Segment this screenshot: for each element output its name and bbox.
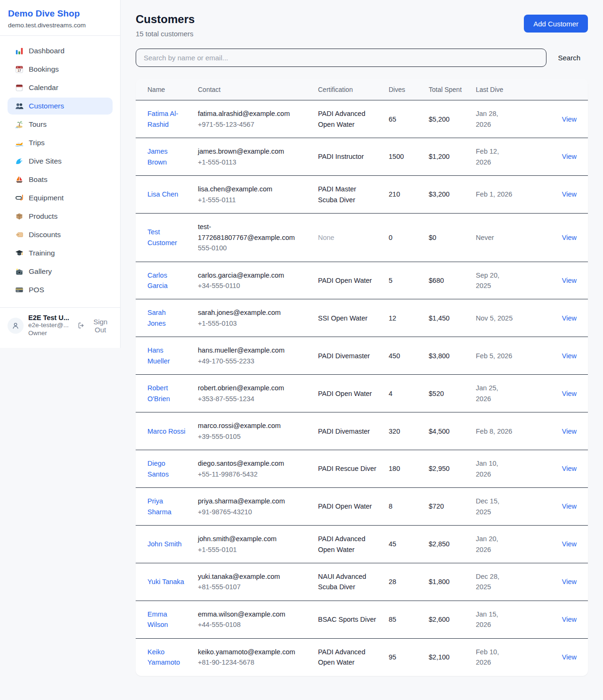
customers-table: Name Contact Certification Dives Total S… (136, 79, 588, 676)
sidebar-item-boats[interactable]: Boats (8, 171, 113, 188)
sidebar-item-gallery[interactable]: Gallery (8, 263, 113, 280)
customer-certification: PADI Divemaster (318, 352, 370, 360)
customer-dives: 1500 (389, 153, 404, 160)
view-link[interactable]: View (562, 234, 577, 241)
customer-phone: +55-11-99876-5432 (198, 469, 306, 479)
customer-name-link[interactable]: Emma Wilson (147, 610, 168, 628)
customer-name-link[interactable]: Yuki Tanaka (147, 578, 184, 585)
search-bar: Search (136, 49, 588, 67)
customer-certification: NAUI Advanced Scuba Diver (318, 573, 366, 591)
view-link[interactable]: View (562, 190, 577, 198)
view-link[interactable]: View (562, 502, 577, 510)
view-link[interactable]: View (562, 428, 577, 435)
customer-certification: PADI Instructor (318, 153, 364, 160)
camera-flash-icon (15, 267, 24, 276)
person-icon (11, 321, 20, 330)
view-link[interactable]: View (562, 653, 577, 661)
customer-email: robert.obrien@example.com (198, 383, 306, 393)
diving-mask-icon (15, 194, 24, 202)
package-icon (15, 212, 24, 221)
customer-name-link[interactable]: Keiko Yamamoto (147, 648, 180, 666)
view-link[interactable]: View (562, 153, 577, 160)
customer-last-dive: Feb 8, 2026 (476, 428, 512, 435)
customer-name-link[interactable]: Fatima Al-Rashid (147, 110, 178, 128)
customer-phone: +34-555-0110 (198, 280, 306, 291)
sidebar-item-products[interactable]: Products (8, 208, 113, 225)
page-title-block: Customers 15 total customers (136, 13, 195, 38)
label-tag-icon (15, 231, 24, 239)
app-root: Demo Dive Shop demo.test.divestreams.com… (0, 0, 603, 692)
customer-name-link[interactable]: Priya Sharma (147, 497, 171, 515)
view-link[interactable]: View (562, 465, 577, 472)
shop-domain: demo.test.divestreams.com (8, 22, 112, 29)
column-header-last-dive: Last Dive (470, 79, 520, 100)
sidebar-item-label: Gallery (29, 267, 52, 276)
sidebar-item-calendar[interactable]: Calendar (8, 79, 113, 96)
customer-certification: None (318, 234, 334, 241)
customer-email: yuki.tanaka@example.com (198, 571, 306, 582)
customer-certification: PADI Open Water (318, 390, 372, 397)
customer-name-link[interactable]: James Brown (147, 148, 168, 165)
view-link[interactable]: View (562, 352, 577, 360)
search-button[interactable]: Search (546, 54, 588, 62)
sidebar-item-dive-sites[interactable]: Dive Sites (8, 153, 113, 170)
customer-dives: 180 (389, 465, 400, 472)
customer-name-link[interactable]: Sarah Jones (147, 309, 166, 327)
table-row: Yuki Tanaka yuki.tanaka@example.com+81-5… (136, 563, 588, 601)
column-header-contact: Contact (192, 79, 312, 100)
customer-certification: PADI Advanced Open Water (318, 535, 366, 553)
customer-name-link[interactable]: John Smith (147, 540, 182, 548)
table-row: Marco Rossi marco.rossi@example.com+39-5… (136, 412, 588, 450)
sidebar-item-tours[interactable]: Tours (8, 116, 113, 133)
customer-phone: +971-55-123-4567 (198, 119, 306, 130)
sidebar-item-customers[interactable]: Customers (8, 98, 113, 115)
customer-name-link[interactable]: Carlos Garcia (147, 272, 168, 289)
view-link[interactable]: View (562, 578, 577, 585)
customer-phone: +1-555-0111 (198, 195, 306, 205)
customer-name-link[interactable]: Marco Rossi (147, 428, 186, 435)
customer-name-link[interactable]: Lisa Chen (147, 190, 178, 198)
customer-certification: PADI Open Water (318, 277, 372, 284)
table-row: John Smith john.smith@example.com+1-555-… (136, 526, 588, 563)
customer-name-link[interactable]: Diego Santos (147, 460, 169, 478)
sidebar-item-label: Tours (29, 120, 47, 129)
sidebar-item-pos[interactable]: POS (8, 281, 113, 298)
view-link[interactable]: View (562, 314, 577, 322)
table-row: Hans Mueller hans.mueller@example.com+49… (136, 337, 588, 375)
customer-last-dive: Jan 10, 2026 (476, 460, 498, 478)
customer-total-spent: $1,200 (429, 153, 449, 160)
sidebar-item-label: Bookings (29, 65, 59, 74)
calendar-17-icon: 17 (15, 65, 24, 74)
customer-total-spent: $1,450 (429, 314, 449, 322)
sidebar-item-trips[interactable]: Trips (8, 134, 113, 151)
sidebar-item-training[interactable]: Training (8, 245, 113, 262)
search-input[interactable] (136, 49, 546, 67)
table-row: Fatima Al-Rashid fatima.alrashid@example… (136, 100, 588, 138)
view-link[interactable]: View (562, 616, 577, 623)
customer-total-spent: $2,850 (429, 540, 449, 548)
sidebar-item-equipment[interactable]: Equipment (8, 189, 113, 206)
view-link[interactable]: View (562, 115, 577, 123)
sign-out-button[interactable]: Sign Out (78, 318, 113, 334)
sidebar-item-discounts[interactable]: Discounts (8, 226, 113, 243)
customer-name-link[interactable]: Hans Mueller (147, 346, 170, 364)
sidebar-item-bookings[interactable]: 17 Bookings (8, 61, 113, 78)
sidebar-item-dashboard[interactable]: Dashboard (8, 42, 113, 59)
customer-name-link[interactable]: Robert O'Brien (147, 384, 170, 402)
sidebar-item-label: Dashboard (29, 47, 65, 55)
customer-phone: +81-90-1234-5678 (198, 657, 306, 667)
bar-chart-icon (15, 47, 24, 55)
view-link[interactable]: View (562, 540, 577, 548)
column-header-name: Name (136, 79, 192, 100)
view-link[interactable]: View (562, 390, 577, 397)
customer-dives: 450 (389, 352, 400, 360)
column-header-actions (520, 79, 588, 100)
view-link[interactable]: View (562, 277, 577, 284)
column-header-dives: Dives (383, 79, 423, 100)
customer-phone: +39-555-0105 (198, 431, 306, 442)
sidebar-nav: Dashboard 17 Bookings Calendar Customers… (0, 36, 120, 307)
customer-email: keiko.yamamoto@example.com (198, 647, 306, 657)
sidebar-item-label: Equipment (29, 194, 64, 202)
add-customer-button[interactable]: Add Customer (524, 15, 588, 33)
customer-name-link[interactable]: Test Customer (147, 228, 177, 246)
